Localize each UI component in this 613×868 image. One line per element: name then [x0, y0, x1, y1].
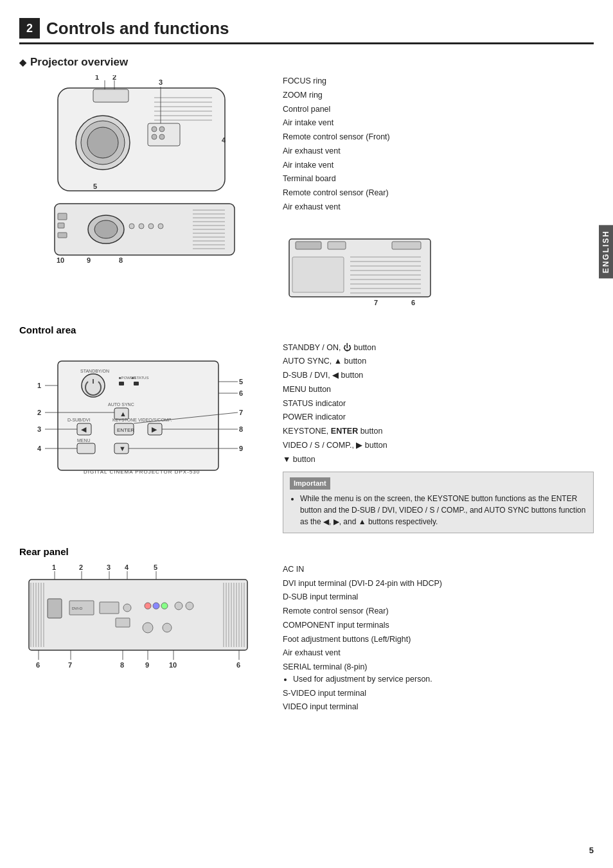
important-list-item: While the menu is on the screen, the KEY… [300, 493, 587, 527]
svg-text:6: 6 [411, 299, 415, 306]
svg-rect-49 [296, 242, 321, 249]
rear-panel-section: Rear panel [19, 546, 594, 715]
list-subitem: Used for adjustment by service person. [293, 673, 594, 686]
list-item: Air intake vent [283, 159, 594, 172]
rear-panel-diagram-col: DVI-D [19, 563, 270, 715]
svg-text:5: 5 [239, 378, 243, 385]
svg-text:8: 8 [119, 256, 123, 264]
list-item: MENU button [283, 384, 594, 396]
svg-text:3: 3 [37, 425, 41, 433]
svg-text:1: 1 [52, 563, 56, 571]
rear-panel-svg: DVI-D [19, 563, 263, 679]
projector-overview-section: Projector overview [19, 56, 594, 312]
list-item: STANDBY / ON, ⏻ button [283, 342, 594, 354]
svg-text:8: 8 [120, 661, 124, 669]
control-area-content: STANDBY/ON ■POWER ■STATUS AUTO SYNC [19, 342, 594, 533]
projector-overview-title: Projector overview [19, 56, 594, 69]
svg-text:ENTER: ENTER [117, 427, 134, 433]
rear-diagram-svg: 7 6 [283, 233, 437, 310]
svg-text:1: 1 [37, 382, 41, 389]
list-item: Air exhaust vent [283, 145, 594, 157]
svg-text:◀: ◀ [81, 425, 87, 433]
list-item: D-SUB input terminal [283, 591, 594, 603]
svg-rect-132 [116, 618, 130, 627]
svg-text:▼: ▼ [119, 445, 126, 452]
rear-panel-list: AC IN DVI input terminal (DVI-D 24-pin w… [283, 563, 594, 713]
list-item: Control panel [283, 103, 594, 116]
svg-text:7: 7 [374, 299, 378, 306]
svg-point-131 [186, 602, 193, 610]
important-note: Important While the menu is on the scree… [283, 472, 594, 533]
svg-point-126 [123, 604, 131, 612]
list-item: Foot adjustment buttons (Left/Right) [283, 633, 594, 646]
svg-text:DIGITAL CINEMA PROJECTOR DPX-5: DIGITAL CINEMA PROJECTOR DPX-530 [84, 469, 200, 475]
svg-text:STANDBY/ON: STANDBY/ON [80, 369, 109, 373]
projector-overview-list: FOCUS ring ZOOM ring Control panel Air i… [283, 75, 594, 213]
svg-point-42 [139, 224, 144, 229]
projector-diagram-col: 1 2 3 4 5 [19, 75, 270, 312]
svg-rect-50 [328, 242, 346, 249]
list-item: POWER indicator [283, 411, 594, 423]
svg-point-129 [161, 603, 168, 609]
rear-panel-title: Rear panel [19, 546, 594, 557]
list-item: COMPONENT input terminals [283, 619, 594, 632]
page-container: 2 Controls and functions ENGLISH Project… [0, 0, 613, 868]
svg-point-44 [158, 224, 163, 229]
svg-text:9: 9 [145, 661, 149, 669]
list-item: VIDEO input terminal [283, 701, 594, 713]
control-area-title: Control area [19, 324, 594, 335]
list-item: Remote control sensor (Front) [283, 131, 594, 143]
svg-text:6: 6 [239, 389, 243, 397]
svg-rect-51 [392, 242, 421, 249]
list-item: ZOOM ring [283, 89, 594, 102]
svg-rect-40 [58, 233, 67, 238]
projector-overview-list-col: FOCUS ring ZOOM ring Control panel Air i… [283, 75, 594, 312]
svg-point-13 [159, 127, 164, 132]
page-number: 5 [589, 846, 594, 855]
svg-text:2: 2 [112, 75, 116, 81]
list-item: Air intake vent [283, 117, 594, 129]
list-item: Terminal board [283, 173, 594, 185]
svg-text:1: 1 [95, 75, 99, 81]
chapter-badge: 2 [19, 18, 40, 39]
svg-rect-61 [292, 257, 344, 292]
svg-rect-67 [119, 382, 124, 385]
list-item: Air exhaust vent [283, 647, 594, 659]
svg-text:2: 2 [79, 563, 83, 571]
list-item: STATUS indicator [283, 398, 594, 410]
svg-point-134 [163, 623, 172, 632]
page-header: 2 Controls and functions [19, 18, 594, 44]
control-area-list: STANDBY / ON, ⏻ button AUTO SYNC, ▲ butt… [283, 342, 594, 466]
svg-point-133 [143, 623, 153, 633]
svg-point-14 [152, 134, 157, 139]
list-item: AC IN [283, 563, 594, 576]
svg-rect-84 [77, 443, 95, 454]
svg-text:D-SUB/DVI: D-SUB/DVI [67, 418, 90, 422]
list-item: VIDEO / S / COMP., ▶ button [283, 439, 594, 452]
svg-text:4: 4 [125, 563, 129, 571]
svg-text:8: 8 [239, 425, 243, 433]
svg-text:10: 10 [169, 661, 177, 669]
control-diagram-col: STANDBY/ON ■POWER ■STATUS AUTO SYNC [19, 342, 270, 533]
svg-text:AUTO SYNC: AUTO SYNC [108, 402, 134, 407]
svg-rect-10 [93, 89, 129, 102]
list-item: S-VIDEO input terminal [283, 687, 594, 700]
svg-text:3: 3 [107, 563, 111, 571]
svg-point-3 [87, 127, 118, 158]
svg-rect-39 [58, 223, 64, 228]
projector-overview-content: 1 2 3 4 5 [19, 75, 594, 312]
svg-point-130 [175, 602, 182, 610]
svg-text:7: 7 [68, 661, 72, 669]
projector-overview-svg: 1 2 3 4 5 [19, 75, 263, 265]
svg-point-15 [159, 134, 164, 139]
svg-rect-122 [48, 599, 62, 618]
svg-text:9: 9 [87, 256, 91, 264]
list-item: KEYSTONE, ENTER button [283, 425, 594, 438]
svg-point-127 [145, 603, 151, 609]
svg-text:3: 3 [159, 78, 163, 86]
svg-text:5: 5 [154, 563, 157, 571]
important-list: While the menu is on the screen, the KEY… [290, 493, 587, 527]
svg-text:■STATUS: ■STATUS [132, 376, 148, 380]
list-item: SERIAL terminal (8-pin) Used for adjustm… [283, 661, 594, 686]
svg-text:9: 9 [239, 445, 243, 452]
